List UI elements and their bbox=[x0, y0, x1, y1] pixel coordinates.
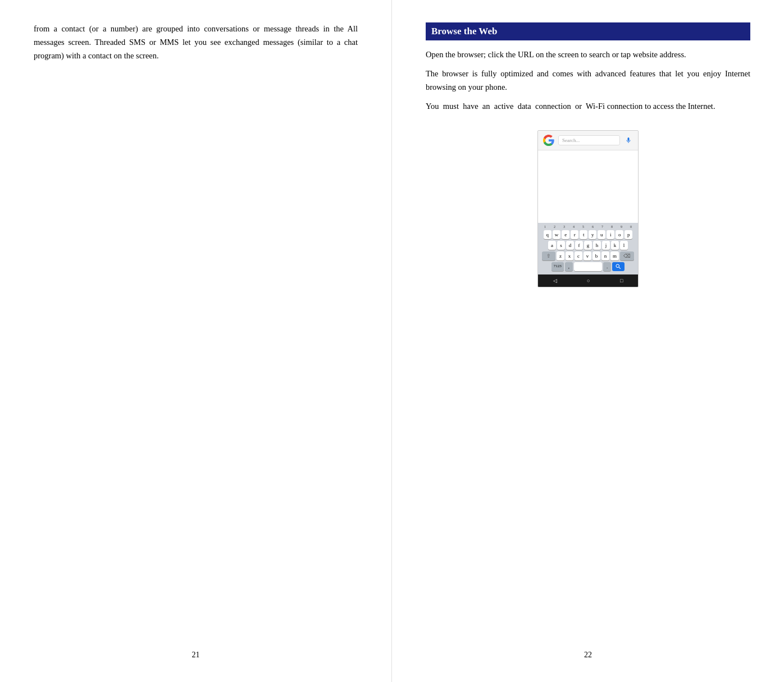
nav-back-button[interactable]: ◁ bbox=[549, 277, 562, 285]
phone-search-bar: Search... bbox=[538, 131, 638, 150]
right-paragraph-2: The browser is fully optimized and comes… bbox=[426, 67, 750, 94]
key-k[interactable]: k bbox=[611, 241, 619, 250]
key-7123[interactable]: 7123 bbox=[551, 262, 564, 271]
keyboard-bottom-row: 7123 , . bbox=[539, 262, 637, 271]
right-paragraph-1: Open the browser; click the URL on the s… bbox=[426, 48, 750, 62]
left-paragraph: from a contact (or a number) are grouped… bbox=[34, 22, 358, 63]
key-c[interactable]: c bbox=[575, 251, 582, 260]
google-logo-icon bbox=[543, 134, 555, 147]
key-m[interactable]: m bbox=[610, 251, 619, 260]
left-page-content: from a contact (or a number) are grouped… bbox=[34, 22, 358, 63]
key-s[interactable]: s bbox=[557, 241, 565, 250]
key-l[interactable]: l bbox=[620, 241, 628, 250]
key-j[interactable]: j bbox=[602, 241, 610, 250]
key-f[interactable]: f bbox=[575, 241, 583, 250]
key-comma[interactable]: , bbox=[565, 262, 573, 271]
right-page-content: Open the browser; click the URL on the s… bbox=[426, 48, 750, 113]
key-i[interactable]: i bbox=[607, 230, 614, 239]
key-space[interactable] bbox=[574, 262, 602, 271]
key-z[interactable]: z bbox=[557, 251, 564, 260]
search-input-display: Search... bbox=[558, 135, 620, 145]
right-page: Browse the Web Open the browser; click t… bbox=[392, 0, 784, 682]
key-backspace[interactable]: ⌫ bbox=[620, 251, 634, 260]
phone-screenshot: Search... 1 2 3 4 5 6 bbox=[537, 130, 639, 287]
page-number-left: 21 bbox=[192, 651, 200, 660]
nav-home-button[interactable]: ○ bbox=[582, 277, 594, 285]
key-w[interactable]: w bbox=[553, 230, 561, 239]
key-u[interactable]: u bbox=[598, 230, 605, 239]
keyboard-row-3: ⇧ z x c v b n m ⌫ bbox=[539, 251, 637, 260]
key-h[interactable]: h bbox=[593, 241, 601, 250]
search-placeholder: Search... bbox=[562, 138, 580, 143]
left-page: from a contact (or a number) are grouped… bbox=[0, 0, 392, 682]
key-a[interactable]: a bbox=[548, 241, 556, 250]
key-q[interactable]: q bbox=[544, 230, 551, 239]
key-d[interactable]: d bbox=[566, 241, 574, 250]
phone-keyboard: 1 2 3 4 5 6 7 8 9 0 q w e r t bbox=[538, 223, 638, 274]
key-v[interactable]: v bbox=[584, 251, 591, 260]
microphone-icon bbox=[623, 135, 633, 145]
key-p[interactable]: p bbox=[625, 230, 632, 239]
phone-nav-bar: ◁ ○ □ bbox=[538, 274, 638, 287]
key-b[interactable]: b bbox=[592, 251, 600, 260]
key-g[interactable]: g bbox=[584, 241, 592, 250]
nav-recents-button[interactable]: □ bbox=[616, 277, 627, 285]
key-n[interactable]: n bbox=[601, 251, 609, 260]
keyboard-row-2: a s d f g h j k l bbox=[539, 241, 637, 250]
key-shift[interactable]: ⇧ bbox=[542, 251, 555, 260]
page-number-right: 22 bbox=[584, 651, 592, 660]
key-period[interactable]: . bbox=[603, 262, 611, 271]
key-t[interactable]: t bbox=[580, 230, 587, 239]
section-title: Browse the Web bbox=[426, 22, 750, 40]
key-e[interactable]: e bbox=[562, 230, 569, 239]
key-y[interactable]: y bbox=[589, 230, 596, 239]
key-search[interactable] bbox=[612, 262, 625, 271]
keyboard-row-1: q w e r t y u i o p bbox=[539, 230, 637, 239]
right-paragraph-3: You must have an active data connection … bbox=[426, 100, 750, 113]
key-x[interactable]: x bbox=[566, 251, 573, 260]
keyboard-number-hints: 1 2 3 4 5 6 7 8 9 0 bbox=[539, 225, 637, 228]
key-r[interactable]: r bbox=[571, 230, 578, 239]
key-o[interactable]: o bbox=[616, 230, 623, 239]
browser-content-area bbox=[538, 150, 638, 223]
